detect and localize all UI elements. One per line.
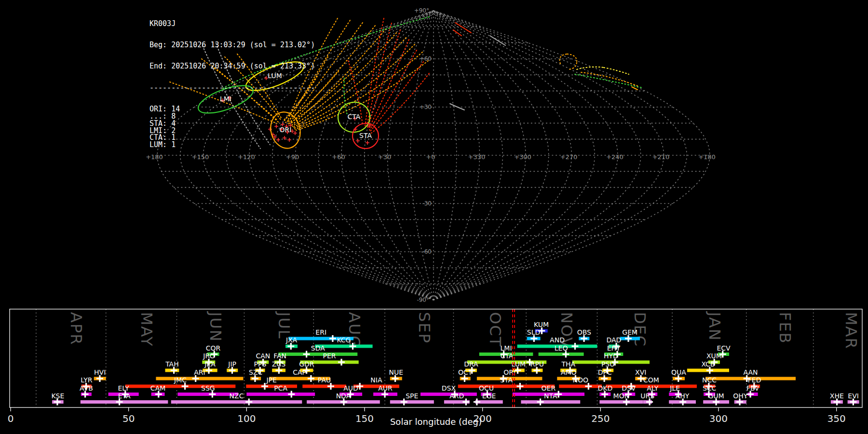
peak-marker-JPE [261,383,268,390]
map-lon-label: +270 [560,153,578,161]
shower-label-AVB: AVB [80,384,93,392]
map-lon-label: +330 [468,153,486,161]
shower-label-HVI: HVI [94,368,106,376]
peak-marker-EGE [474,399,480,406]
peak-marker-SDA [303,351,310,358]
shower-label-AUD: AUD [343,384,358,392]
meteor-track [577,67,604,69]
peak-marker-XHE [834,399,841,406]
map-lon-label: +90 [286,153,299,161]
shower-label-ALY: ALY [647,384,659,392]
peak-marker-STA [516,383,523,390]
map-lon-label: +120 [238,153,255,161]
peak-marker-LEO [562,351,569,358]
shower-label-HYD: HYD [604,352,618,360]
shower-label-NUE: NUE [389,368,404,376]
shower-label-THA: THA [561,360,575,368]
map-lon-label: +180 [698,153,716,161]
x-tick-label: 300 [709,413,728,424]
x-tick-label: 350 [827,413,846,424]
shower-label-KSE: KSE [51,392,64,400]
meteor-track [368,40,409,129]
peak-marker-SZC [252,375,258,382]
shower-label-XHE: XHE [830,392,844,400]
end-time: End: 20251026 20:34:59 (sol = 213.33°) [149,63,315,70]
x-tick-label: 0 [8,413,14,424]
peak-marker-NZC [245,399,252,406]
shower-label-JRC: JRC [203,352,214,360]
shower-label-DKD: DKD [597,384,612,392]
meteor-track [490,36,505,45]
month-label-JAN: JAN [705,311,724,341]
peak-marker-NTA [537,399,544,406]
shower-bar-PCA [246,393,315,396]
station-id: KR003J [149,20,315,27]
shower-label-QUA: QUA [671,368,686,376]
shower-label-AMO: AMO [561,368,577,376]
peak-marker-ZCS [275,367,282,374]
month-label-FEB: FEB [776,312,794,344]
x-tick-label: 250 [591,413,610,424]
shower-bar-NTA [521,400,580,404]
shower-label-JMC: JMC [174,376,187,384]
meteor-track [632,87,637,90]
shower-label-TAH: TAH [165,360,179,368]
shower-label-JPE: JPE [266,376,276,384]
shower-label-NIA: NIA [370,376,382,384]
shower-label-OCU: OCU [479,384,494,392]
shower-bar-SDA [278,353,357,356]
map-lon-label: +0 [426,153,435,161]
map-lon-label: +210 [652,153,670,161]
month-label-MAY: MAY [137,312,156,347]
shower-label-DSX: DSX [442,384,456,392]
shower-label-SSG: SSG [201,384,215,392]
map-lat-label: -90° [417,297,429,303]
peak-marker-FEV [747,391,754,398]
peak-marker-NDA [340,399,347,406]
shower-label-SCC: SCC [703,384,717,392]
shower-label-CAM: CAM [150,384,165,392]
shower-bar-JMC [125,385,236,388]
meteor-track [569,63,577,69]
shower-bar-JPE [246,385,297,388]
shower-label-NCC: NCC [702,376,717,384]
peak-marker-SSG [209,391,216,398]
map-lon-label: +30 [378,153,391,161]
shower-label-FED: FED [748,376,761,384]
month-label-JUL: JUL [275,311,293,339]
shower-label-AUR: AUR [378,384,393,392]
shower-label-PSU: PSU [601,360,615,368]
shower-bar-PAU [302,385,346,388]
peak-marker-CAM [155,391,162,398]
month-label-SEP: SEP [415,312,434,344]
shower-label-ECV: ECV [717,344,731,352]
shower-label-COM: COM [643,376,659,384]
meteor-track [567,54,577,63]
shower-label-CAP: CAP [293,368,306,376]
peak-marker-OHY [736,399,743,406]
shower-bar-SPE [390,400,434,404]
month-label-OCT: OCT [486,312,504,347]
peak-marker-ARD [462,399,469,406]
shower-label-PER: PER [323,352,336,360]
shower-label-EGE: EGE [482,392,496,400]
shower-label-OBS: OBS [577,328,591,336]
x-tick-label: 50 [122,413,135,424]
peak-marker-JEA [205,367,212,374]
peak-marker-XCB [706,367,713,374]
shower-label-CAN: CAN [256,352,270,360]
shower-label-XUM: XUM [706,352,722,360]
meteor-radiant-activity-figure: +180+150+120+90+60+30+0+330+300+270+240+… [0,0,868,434]
shower-label-EHY: EHY [607,344,621,352]
radiant-label-STA: STA [359,132,372,139]
shower-label-AHY: AHY [676,392,690,400]
shower-label-SPE: SPE [406,392,418,400]
shower-label-NZC: NZC [230,392,244,400]
peak-marker-AHY [679,399,686,406]
meteor-track [369,50,417,130]
shower-label-AND: AND [550,336,565,344]
meteor-track [455,23,471,33]
map-lon-label: +150 [192,153,209,161]
map-lon-label: +180 [146,153,163,161]
peak-marker-GEM [625,335,632,342]
